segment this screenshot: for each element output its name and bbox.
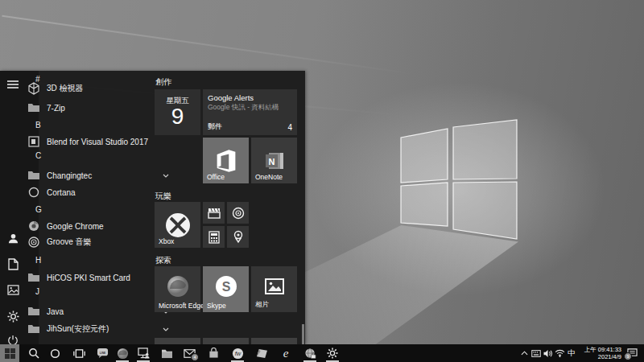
svg-text:N: N bbox=[268, 156, 275, 166]
account-button[interactable] bbox=[5, 230, 21, 246]
tile-mail[interactable]: Google Alerts Google 快訊 - 資料結構 郵件 4 bbox=[203, 89, 297, 135]
app-list-header[interactable]: H bbox=[35, 253, 132, 267]
tile-onenote[interactable]: N OneNote bbox=[251, 138, 297, 183]
tray-network[interactable] bbox=[554, 344, 566, 362]
tile-label: Office bbox=[207, 173, 225, 181]
calculator-icon bbox=[208, 231, 220, 244]
calendar-day-number: 9 bbox=[155, 104, 200, 130]
store-button[interactable] bbox=[202, 344, 225, 362]
tile-xbox[interactable]: Xbox bbox=[155, 202, 200, 248]
tile-maps[interactable] bbox=[227, 226, 249, 248]
tray-show-hidden-icons[interactable] bbox=[518, 344, 530, 362]
tile-calculator[interactable] bbox=[203, 226, 225, 248]
fw-app-button[interactable]: fw bbox=[226, 344, 249, 362]
app-list-item-3d-viewer[interactable]: 3D 檢視器 bbox=[27, 80, 148, 97]
store-bag-icon bbox=[208, 348, 219, 359]
start-button[interactable] bbox=[0, 344, 19, 362]
app-list-header[interactable]: C bbox=[35, 148, 132, 162]
app-label: 7-Zip bbox=[47, 104, 65, 113]
app-list-item-cortana[interactable]: Cortana bbox=[27, 183, 148, 201]
app-list-header[interactable]: J bbox=[35, 284, 132, 298]
hamburger-menu-button[interactable] bbox=[5, 76, 21, 93]
office-icon bbox=[216, 150, 237, 172]
app-list-item-7zip[interactable]: 7-Zip bbox=[27, 99, 148, 117]
parallelogram-note-icon bbox=[256, 348, 268, 359]
app-label: Google Chrome bbox=[47, 222, 104, 231]
app-label: 3D 檢視器 bbox=[47, 83, 84, 94]
tile-calendar[interactable]: 星期五 9 bbox=[155, 89, 200, 135]
tile-photos[interactable]: 相片 bbox=[251, 266, 297, 312]
app-list-item-jihsun[interactable]: JihSun(安控元件) bbox=[27, 320, 148, 338]
line-icon: LINE bbox=[97, 348, 109, 359]
cortana-icon bbox=[50, 348, 60, 359]
tray-ime-mode[interactable]: 中 bbox=[566, 344, 577, 362]
keyboard-icon bbox=[531, 350, 541, 357]
tile-group-label-play[interactable]: 玩樂 bbox=[155, 191, 171, 202]
skype-icon: S bbox=[213, 274, 239, 299]
tile-microsoft-edge[interactable]: Microsoft Edge bbox=[155, 266, 200, 312]
tile-group-label-explore[interactable]: 探索 bbox=[155, 255, 171, 266]
app-list-item-google-chrome[interactable]: Google Chrome bbox=[27, 217, 148, 235]
tile-skype[interactable]: S Skype bbox=[203, 266, 249, 312]
app-list-item-groove-music[interactable]: Groove 音樂 bbox=[27, 233, 148, 251]
chrome-icon bbox=[27, 220, 40, 232]
notes-app-button[interactable] bbox=[250, 344, 273, 362]
action-center-badge: 9 bbox=[624, 352, 632, 360]
folder-icon bbox=[161, 348, 173, 359]
tray-touch-keyboard[interactable] bbox=[530, 344, 542, 362]
hamburger-icon bbox=[7, 80, 19, 89]
app-label: Cortana bbox=[47, 188, 76, 197]
app-list-header[interactable]: G bbox=[35, 202, 132, 216]
blend-icon bbox=[27, 135, 40, 148]
tile-partial-row[interactable] bbox=[155, 338, 200, 344]
tile-label: 相片 bbox=[255, 300, 269, 310]
app-list-item-changingtec[interactable]: Changingtec bbox=[27, 167, 148, 184]
line-app-button[interactable]: LINE bbox=[91, 344, 114, 362]
edge-taskbar-button[interactable] bbox=[111, 344, 134, 362]
tile-groove-music[interactable] bbox=[227, 202, 249, 224]
tiles-scrollbar[interactable] bbox=[302, 324, 304, 344]
mail-tile-unread-count: 4 bbox=[287, 123, 292, 132]
settings-taskbar-button[interactable] bbox=[321, 344, 344, 362]
tile-partial-row[interactable] bbox=[203, 338, 249, 344]
mail-tile-app-name: 郵件 bbox=[208, 121, 222, 132]
tile-label: OneNote bbox=[255, 173, 283, 181]
chevron-down-icon[interactable] bbox=[163, 174, 169, 178]
wifi-icon bbox=[555, 349, 565, 357]
tile-office[interactable]: Office bbox=[203, 138, 249, 183]
app-list-header[interactable]: B bbox=[35, 117, 132, 132]
file-explorer-button[interactable] bbox=[155, 344, 178, 362]
header-label: B bbox=[35, 121, 41, 130]
secure-browser-button[interactable] bbox=[299, 344, 321, 362]
tile-label: Xbox bbox=[159, 237, 174, 245]
clapperboard-icon bbox=[208, 208, 221, 219]
xbox-icon bbox=[164, 212, 192, 239]
tray-volume[interactable] bbox=[542, 344, 554, 362]
header-label: C bbox=[35, 151, 41, 160]
chevron-down-icon[interactable] bbox=[163, 327, 169, 331]
pc-assistant-button[interactable] bbox=[132, 344, 155, 362]
app-label: Groove 音樂 bbox=[47, 237, 92, 248]
action-center-button[interactable]: 9 bbox=[623, 344, 641, 362]
start-menu: # 3D 檢視器 7-Zip B Blend for Visual Studio… bbox=[0, 71, 305, 344]
tile-partial-row[interactable] bbox=[251, 338, 297, 344]
mail-button[interactable]: 4 bbox=[178, 344, 200, 362]
task-view-button[interactable] bbox=[68, 344, 90, 362]
documents-button[interactable] bbox=[5, 256, 21, 272]
3d-viewer-icon bbox=[27, 82, 40, 95]
photos-icon bbox=[264, 278, 285, 295]
tray-clock[interactable]: 上午 09:41:33 2021/4/9 bbox=[580, 344, 621, 362]
cortana-button[interactable] bbox=[43, 344, 66, 362]
tile-label: Microsoft Edge bbox=[159, 302, 204, 310]
gear-icon bbox=[7, 311, 19, 323]
app-list-item-java[interactable]: Java bbox=[27, 302, 148, 320]
search-button[interactable] bbox=[23, 344, 45, 362]
tray-date: 2021/4/9 bbox=[598, 353, 621, 360]
internet-explorer-button[interactable]: e bbox=[275, 344, 297, 362]
settings-button[interactable] bbox=[5, 308, 21, 324]
folder-icon bbox=[27, 271, 40, 284]
pictures-button[interactable] bbox=[5, 282, 21, 298]
tile-movies-tv[interactable] bbox=[203, 202, 225, 224]
tile-group-label-create[interactable]: 創作 bbox=[155, 76, 171, 88]
header-label: J bbox=[35, 287, 39, 296]
